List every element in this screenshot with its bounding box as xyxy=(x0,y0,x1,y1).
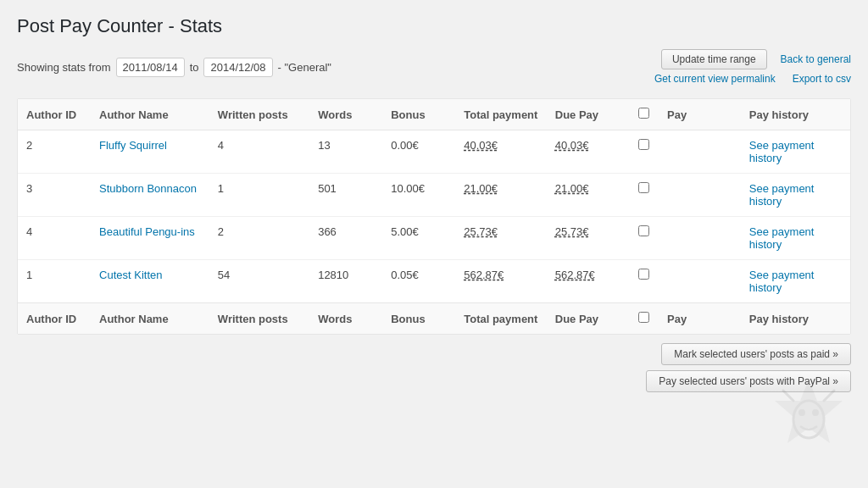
date-from[interactable]: 2011/08/14 xyxy=(116,58,185,77)
col-header-author-name: Author Name xyxy=(91,99,209,130)
cell-pay-checkbox[interactable] xyxy=(629,130,659,174)
table-row: 4 Beautiful Pengu-ins 2 366 5.00€ 25.73€… xyxy=(18,217,850,260)
col-footer-pay-history: Pay history xyxy=(741,303,850,335)
stats-bar: Showing stats from 2011/08/14 to 2014/12… xyxy=(17,49,851,85)
table-row: 2 Fluffy Squirrel 4 13 0.00€ 40.03€ 40.0… xyxy=(18,130,850,174)
cell-total-payment: 562.87€ xyxy=(455,260,547,303)
cell-pay-checkbox[interactable] xyxy=(629,260,659,303)
back-to-general-link[interactable]: Back to general xyxy=(781,53,851,65)
author-name-link[interactable]: Stubborn Bonnacon xyxy=(99,182,197,195)
see-payment-history-link[interactable]: See payment history xyxy=(749,182,815,208)
cell-pay xyxy=(659,130,741,174)
cell-words: 501 xyxy=(309,174,382,217)
svg-point-2 xyxy=(798,409,805,416)
see-payment-history-link[interactable]: See payment history xyxy=(749,139,815,164)
col-footer-pay-checkbox[interactable] xyxy=(629,303,659,335)
cell-words: 12810 xyxy=(309,260,382,303)
stats-bar-right: Update time range Back to general Get cu… xyxy=(654,49,851,85)
cell-written-posts: 1 xyxy=(209,174,309,217)
see-payment-history-link[interactable]: See payment history xyxy=(749,225,815,251)
cell-pay xyxy=(659,217,741,260)
cell-due-pay: 562.87€ xyxy=(547,260,629,303)
cell-words: 366 xyxy=(309,217,382,260)
row-pay-checkbox[interactable] xyxy=(638,225,649,236)
pay-paypal-button[interactable]: Pay selected users' posts with PayPal » xyxy=(646,370,851,392)
col-header-pay: Pay xyxy=(659,99,741,130)
cell-written-posts: 2 xyxy=(209,217,309,260)
col-footer-total-payment: Total payment xyxy=(455,303,547,335)
cell-author-name: Fluffy Squirrel xyxy=(91,130,209,174)
cell-author-name: Beautiful Pengu-ins xyxy=(91,217,209,260)
svg-point-3 xyxy=(812,409,819,416)
cell-author-id: 4 xyxy=(18,217,91,260)
cell-due-pay: 40.03€ xyxy=(547,130,629,174)
author-name-link[interactable]: Beautiful Pengu-ins xyxy=(99,225,195,238)
cell-due-pay: 21.00€ xyxy=(547,174,629,217)
cell-total-payment: 40.03€ xyxy=(455,130,547,174)
cell-pay-history: See payment history xyxy=(741,130,850,174)
col-header-pay-history: Pay history xyxy=(741,99,850,130)
row-pay-checkbox[interactable] xyxy=(638,269,649,280)
date-range-bar: Showing stats from 2011/08/14 to 2014/12… xyxy=(17,58,331,77)
cell-author-name: Stubborn Bonnacon xyxy=(91,174,209,217)
cell-total-payment: 21.00€ xyxy=(455,174,547,217)
table-row: 1 Cutest Kitten 54 12810 0.05€ 562.87€ 5… xyxy=(18,260,850,303)
mark-paid-button[interactable]: Mark selected users' posts as paid » xyxy=(661,343,851,365)
col-footer-bonus: Bonus xyxy=(382,303,455,335)
cell-author-id: 2 xyxy=(18,130,91,174)
col-footer-pay: Pay xyxy=(659,303,741,335)
export-csv-link[interactable]: Export to csv xyxy=(793,73,851,85)
col-footer-author-id: Author ID xyxy=(18,303,91,335)
col-footer-due-pay: Due Pay xyxy=(547,303,629,335)
col-footer-author-name: Author Name xyxy=(91,303,209,335)
to-label: to xyxy=(190,61,199,74)
cell-pay-checkbox[interactable] xyxy=(629,174,659,217)
col-header-bonus: Bonus xyxy=(382,99,455,130)
bottom-buttons: Mark selected users' posts as paid » Pay… xyxy=(17,343,851,392)
cell-total-payment: 25.73€ xyxy=(455,217,547,260)
get-permalink-link[interactable]: Get current view permalink xyxy=(654,73,776,85)
table-row: 3 Stubborn Bonnacon 1 501 10.00€ 21.00€ … xyxy=(18,174,850,217)
col-header-words: Words xyxy=(309,99,382,130)
cell-bonus: 5.00€ xyxy=(382,217,455,260)
cell-pay-checkbox[interactable] xyxy=(629,217,659,260)
col-header-due-pay: Due Pay xyxy=(547,99,629,130)
cell-bonus: 0.00€ xyxy=(382,130,455,174)
cell-pay-history: See payment history xyxy=(741,217,850,260)
showing-label: Showing stats from xyxy=(17,61,111,74)
col-footer-words: Words xyxy=(309,303,382,335)
col-footer-written-posts: Written posts xyxy=(209,303,309,335)
view-label: - "General" xyxy=(278,61,331,74)
row-pay-checkbox[interactable] xyxy=(638,182,649,193)
col-header-written-posts: Written posts xyxy=(209,99,309,130)
stats-table: Author ID Author Name Written posts Word… xyxy=(18,99,850,334)
cell-due-pay: 25.73€ xyxy=(547,217,629,260)
cell-bonus: 0.05€ xyxy=(382,260,455,303)
cell-author-id: 3 xyxy=(18,174,91,217)
table-header-row: Author ID Author Name Written posts Word… xyxy=(18,99,850,130)
table-footer-row: Author ID Author Name Written posts Word… xyxy=(18,303,850,335)
col-header-author-id: Author ID xyxy=(18,99,91,130)
cell-words: 13 xyxy=(309,130,382,174)
col-header-pay-checkbox[interactable] xyxy=(629,99,659,130)
page-title: Post Pay Counter - Stats xyxy=(17,15,851,37)
select-all-checkbox[interactable] xyxy=(638,108,649,119)
cell-pay xyxy=(659,260,741,303)
footer-select-all-checkbox[interactable] xyxy=(638,312,649,323)
row-pay-checkbox[interactable] xyxy=(638,139,649,150)
cell-bonus: 10.00€ xyxy=(382,174,455,217)
date-to[interactable]: 2014/12/08 xyxy=(203,58,272,77)
cell-written-posts: 4 xyxy=(209,130,309,174)
author-name-link[interactable]: Fluffy Squirrel xyxy=(99,139,167,152)
table-body: 2 Fluffy Squirrel 4 13 0.00€ 40.03€ 40.0… xyxy=(18,130,850,303)
cell-author-name: Cutest Kitten xyxy=(91,260,209,303)
stats-table-wrap: Author ID Author Name Written posts Word… xyxy=(17,98,851,335)
see-payment-history-link[interactable]: See payment history xyxy=(749,269,815,294)
cell-pay-history: See payment history xyxy=(741,260,850,303)
cell-pay xyxy=(659,174,741,217)
cell-author-id: 1 xyxy=(18,260,91,303)
update-time-range-button[interactable]: Update time range xyxy=(661,49,767,69)
col-header-total-payment: Total payment xyxy=(455,99,547,130)
author-name-link[interactable]: Cutest Kitten xyxy=(99,269,162,281)
cell-pay-history: See payment history xyxy=(741,174,850,217)
